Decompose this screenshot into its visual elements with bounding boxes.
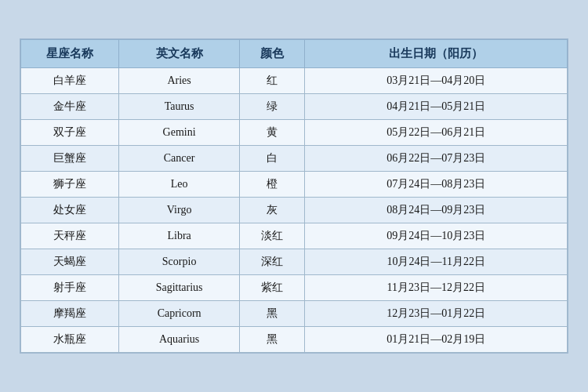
cell-date: 01月21日—02月19日 — [305, 327, 568, 353]
header-zh: 星座名称 — [21, 40, 119, 68]
zodiac-table: 星座名称 英文名称 颜色 出生日期（阳历） 白羊座Aries红03月21日—04… — [20, 39, 568, 353]
cell-zh: 摩羯座 — [21, 301, 119, 327]
cell-color: 紫红 — [239, 275, 305, 301]
cell-en: Scorpio — [119, 249, 239, 275]
cell-en: Virgo — [119, 198, 239, 223]
cell-date: 07月24日—08月23日 — [305, 172, 568, 198]
header-date: 出生日期（阳历） — [305, 40, 568, 68]
cell-color: 黑 — [239, 327, 305, 353]
cell-zh: 金牛座 — [21, 94, 119, 120]
table-row: 射手座Sagittarius紫红11月23日—12月22日 — [21, 275, 568, 301]
cell-color: 黑 — [239, 301, 305, 327]
cell-date: 09月24日—10月23日 — [305, 223, 568, 249]
cell-color: 黄 — [239, 120, 305, 146]
cell-color: 橙 — [239, 172, 305, 198]
cell-color: 淡红 — [239, 223, 305, 249]
cell-date: 05月22日—06月21日 — [305, 120, 568, 146]
cell-date: 11月23日—12月22日 — [305, 275, 568, 301]
table-row: 金牛座Taurus绿04月21日—05月21日 — [21, 94, 568, 120]
cell-color: 白 — [239, 146, 305, 172]
cell-zh: 巨蟹座 — [21, 146, 119, 172]
cell-zh: 处女座 — [21, 198, 119, 223]
cell-en: Leo — [119, 172, 239, 198]
cell-en: Aries — [119, 68, 239, 94]
cell-date: 10月24日—11月22日 — [305, 249, 568, 275]
zodiac-table-container: 星座名称 英文名称 颜色 出生日期（阳历） 白羊座Aries红03月21日—04… — [20, 38, 568, 354]
cell-en: Capricorn — [119, 301, 239, 327]
cell-en: Cancer — [119, 146, 239, 172]
cell-date: 03月21日—04月20日 — [305, 68, 568, 94]
cell-zh: 水瓶座 — [21, 327, 119, 353]
cell-color: 灰 — [239, 198, 305, 223]
cell-en: Sagittarius — [119, 275, 239, 301]
cell-en: Taurus — [119, 94, 239, 120]
cell-zh: 天蝎座 — [21, 249, 119, 275]
cell-en: Aquarius — [119, 327, 239, 353]
cell-en: Gemini — [119, 120, 239, 146]
table-row: 双子座Gemini黄05月22日—06月21日 — [21, 120, 568, 146]
table-row: 白羊座Aries红03月21日—04月20日 — [21, 68, 568, 94]
cell-zh: 天秤座 — [21, 223, 119, 249]
table-row: 处女座Virgo灰08月24日—09月23日 — [21, 198, 568, 223]
cell-date: 08月24日—09月23日 — [305, 198, 568, 223]
cell-zh: 双子座 — [21, 120, 119, 146]
cell-date: 06月22日—07月23日 — [305, 146, 568, 172]
table-row: 摩羯座Capricorn黑12月23日—01月22日 — [21, 301, 568, 327]
table-row: 天蝎座Scorpio深红10月24日—11月22日 — [21, 249, 568, 275]
cell-en: Libra — [119, 223, 239, 249]
table-row: 水瓶座Aquarius黑01月21日—02月19日 — [21, 327, 568, 353]
table-row: 狮子座Leo橙07月24日—08月23日 — [21, 172, 568, 198]
table-header-row: 星座名称 英文名称 颜色 出生日期（阳历） — [21, 40, 568, 68]
cell-zh: 狮子座 — [21, 172, 119, 198]
cell-date: 12月23日—01月22日 — [305, 301, 568, 327]
cell-zh: 白羊座 — [21, 68, 119, 94]
cell-zh: 射手座 — [21, 275, 119, 301]
header-en: 英文名称 — [119, 40, 239, 68]
table-body: 白羊座Aries红03月21日—04月20日金牛座Taurus绿04月21日—0… — [21, 68, 568, 353]
cell-color: 绿 — [239, 94, 305, 120]
cell-date: 04月21日—05月21日 — [305, 94, 568, 120]
cell-color: 红 — [239, 68, 305, 94]
cell-color: 深红 — [239, 249, 305, 275]
table-row: 巨蟹座Cancer白06月22日—07月23日 — [21, 146, 568, 172]
table-row: 天秤座Libra淡红09月24日—10月23日 — [21, 223, 568, 249]
header-color: 颜色 — [239, 40, 305, 68]
